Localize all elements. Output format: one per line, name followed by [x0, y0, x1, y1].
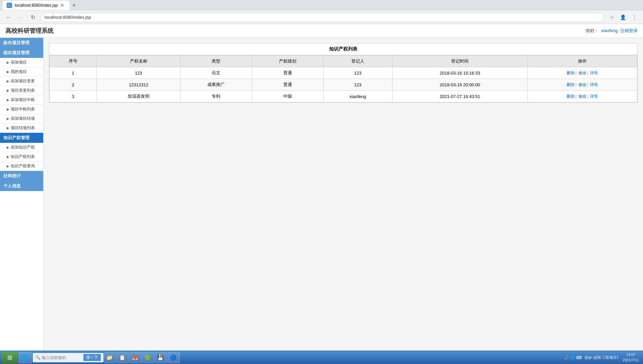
taskbar-app6[interactable]: 💾 [155, 352, 167, 363]
taskbar-search-input[interactable] [42, 355, 82, 360]
app6-icon: 💾 [157, 354, 164, 361]
sidebar-item-ip-query[interactable]: ▶ 知识产权查询 [0, 162, 43, 171]
detail-link[interactable]: 详情 [590, 94, 598, 99]
menu-icon[interactable]: ⋮ [630, 13, 639, 22]
user-greeting: 你好： [586, 28, 599, 33]
taskbar-app7[interactable]: 🔵 [168, 352, 180, 363]
table-row: 3 加湿器发明 专利 中级 xiaofeng 2021-07-27 16:43:… [50, 91, 637, 102]
cell-level: 中级 [252, 91, 324, 102]
sidebar-item-add-ip[interactable]: ▶ 添加知识产权 [0, 143, 43, 152]
sidebar-item-add-project-conclude[interactable]: ▶ 添加项目结项 [0, 114, 43, 123]
browser-toolbar: ← → ↻ ☆ 👤 ⋮ [0, 11, 643, 24]
sidebar-item-ip-list[interactable]: ▶ 知识产权列表 [0, 152, 43, 162]
close-icon[interactable]: ✕ [60, 3, 64, 8]
sidebar-header-stats[interactable]: 社科统计 [0, 171, 43, 181]
sep1: | [575, 82, 576, 87]
browser-tab[interactable]: L localhost:8080/index.jsp ✕ [3, 1, 70, 10]
sidebar-header-personal[interactable]: 个人信息 [0, 181, 43, 191]
arrow-icon: ▶ [7, 164, 9, 168]
content-area: 知识产权列表 序号 产权名称 类型 产权级别 登记人 登记时间 操作 1 12 [44, 38, 643, 364]
sidebar-section-stats: 社科统计 [0, 171, 43, 181]
sidebar-item-my-project[interactable]: ▶ 我的项目 [0, 67, 43, 77]
edit-link[interactable]: 修改 [578, 71, 586, 75]
col-level: 产权级别 [252, 56, 324, 67]
table-title: 知识产权列表 [49, 43, 637, 55]
sidebar-header-ip[interactable]: 知识产权管理 [0, 133, 43, 143]
sidebar-section-horizontal-project: 组向项目管理 ▶ 添加项目 ▶ 我的项目 ▶ 添加项目变更 ▶ 项目变更列表 ▶… [0, 48, 43, 133]
ie-icon: 🌐 [21, 354, 28, 361]
cell-actions[interactable]: 删除| 修改| 详情 [527, 67, 637, 79]
cell-time: 2018-03-16 15:16:33 [392, 67, 527, 79]
detail-link[interactable]: 详情 [590, 82, 598, 87]
sidebar-header-vertical[interactable]: 纵向项目管理 [0, 38, 43, 48]
col-id: 序号 [50, 56, 97, 67]
refresh-button[interactable]: ↻ [28, 13, 38, 22]
taskbar-tray: 🔊 🌐 ⌨ @gn @国 三批项目1 13:07 2021/7/11 [561, 352, 642, 363]
tab-title: localhost:8080/index.jsp [15, 3, 58, 8]
arrow-icon: ▶ [7, 107, 9, 111]
sidebar-item-project-check-list[interactable]: ▶ 项目中检列表 [0, 105, 43, 114]
sidebar-header-horizontal[interactable]: 组向项目管理 [0, 48, 43, 58]
cell-level: 普通 [252, 67, 324, 79]
cell-name: 123 [97, 67, 181, 79]
arrow-icon: ▶ [7, 89, 9, 92]
page-title: 高校科研管理系统 [5, 27, 54, 35]
taskbar-search-button[interactable]: 搜一下 [83, 354, 101, 361]
cell-id: 2 [50, 79, 97, 91]
back-button[interactable]: ← [4, 13, 13, 22]
taskbar-folder-app[interactable]: 📁 [104, 352, 116, 363]
arrow-icon: ▶ [7, 98, 9, 102]
arrow-icon: ▶ [7, 155, 9, 159]
purple-app-icon: 📋 [119, 354, 126, 361]
arrow-icon: ▶ [7, 61, 9, 64]
start-button[interactable]: ⊞ [1, 352, 18, 364]
sep2: | [587, 71, 588, 75]
taskbar-app-ie[interactable]: 🌐 [19, 352, 32, 363]
cell-id: 1 [50, 67, 97, 79]
logout-link[interactable]: 注销登录 [620, 28, 638, 33]
user-info-area: 你好： xiaofeng 注销登录 [586, 28, 638, 34]
address-bar[interactable] [40, 13, 604, 22]
sep2: | [587, 82, 588, 87]
taskbar-app-purple[interactable]: 📋 [117, 352, 129, 363]
user-account-icon[interactable]: 👤 [618, 13, 628, 22]
main-layout: 纵向项目管理 组向项目管理 ▶ 添加项目 ▶ 我的项目 ▶ 添加项目变更 ▶ 项… [0, 38, 643, 364]
cell-actions[interactable]: 删除| 修改| 详情 [527, 91, 637, 102]
delete-link[interactable]: 删除 [567, 82, 575, 87]
taskbar-firefox-app[interactable]: 🦊 [130, 352, 142, 363]
edit-link[interactable]: 修改 [578, 82, 586, 87]
sidebar: 纵向项目管理 组向项目管理 ▶ 添加项目 ▶ 我的项目 ▶ 添加项目变更 ▶ 项… [0, 38, 44, 364]
cell-actions[interactable]: 删除| 修改| 详情 [527, 79, 637, 91]
sidebar-item-add-project[interactable]: ▶ 添加项目 [0, 58, 43, 67]
forward-button[interactable]: → [16, 13, 25, 22]
cell-type: 专利 [181, 91, 252, 102]
taskbar-clock: 13:07 2021/7/11 [623, 352, 639, 363]
sidebar-item-add-project-check[interactable]: ▶ 添加项目中检 [0, 95, 43, 105]
sep1: | [575, 94, 576, 99]
cell-time: 2021-07-27 16:43:51 [392, 91, 527, 102]
cell-type: 成果推广 [181, 79, 252, 91]
sidebar-item-project-change-list[interactable]: ▶ 项目变更列表 [0, 86, 43, 95]
chrome-icon: 🟢 [144, 354, 151, 361]
new-tab-button[interactable]: + [72, 2, 76, 9]
sidebar-item-project-conclude-list[interactable]: ▶ 项目结项列表 [0, 123, 43, 133]
folder-icon: 📁 [106, 354, 113, 361]
edit-link[interactable]: 修改 [578, 94, 586, 99]
delete-link[interactable]: 删除 [567, 94, 575, 99]
username-link[interactable]: xiaofeng [601, 28, 618, 33]
sidebar-section-ip: 知识产权管理 ▶ 添加知识产权 ▶ 知识产权列表 ▶ 知识产权查询 [0, 133, 43, 171]
firefox-icon: 🦊 [132, 354, 138, 361]
sep1: | [575, 71, 576, 75]
col-type: 类型 [181, 56, 252, 67]
sidebar-item-add-project-change[interactable]: ▶ 添加项目变更 [0, 77, 43, 86]
tray-text: @gn @国 三批项目1 [584, 355, 619, 360]
cell-name: 加湿器发明 [97, 91, 181, 102]
bookmark-icon[interactable]: ☆ [607, 13, 616, 22]
detail-link[interactable]: 详情 [590, 71, 598, 75]
cell-recorder: xiaofeng [324, 91, 392, 102]
delete-link[interactable]: 删除 [567, 71, 575, 75]
taskbar-chrome-app[interactable]: 🟢 [142, 352, 154, 363]
page-header: 高校科研管理系统 你好： xiaofeng 注销登录 [0, 24, 643, 38]
search-icon: 🔍 [35, 355, 41, 360]
browser-titlebar: L localhost:8080/index.jsp ✕ + [0, 0, 643, 11]
